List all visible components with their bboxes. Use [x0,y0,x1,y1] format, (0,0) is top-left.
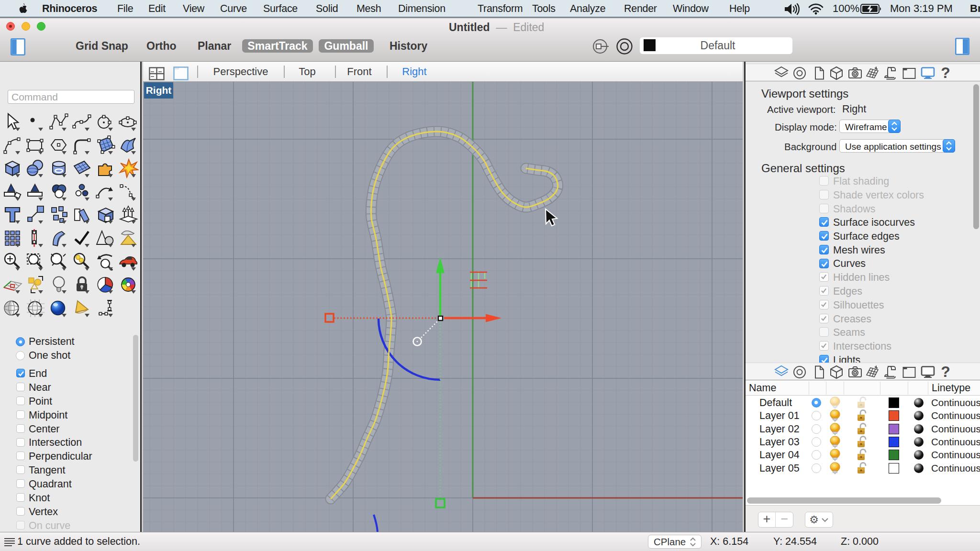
svg-text:?: ? [941,66,950,80]
svg-text:?: ? [941,365,950,379]
